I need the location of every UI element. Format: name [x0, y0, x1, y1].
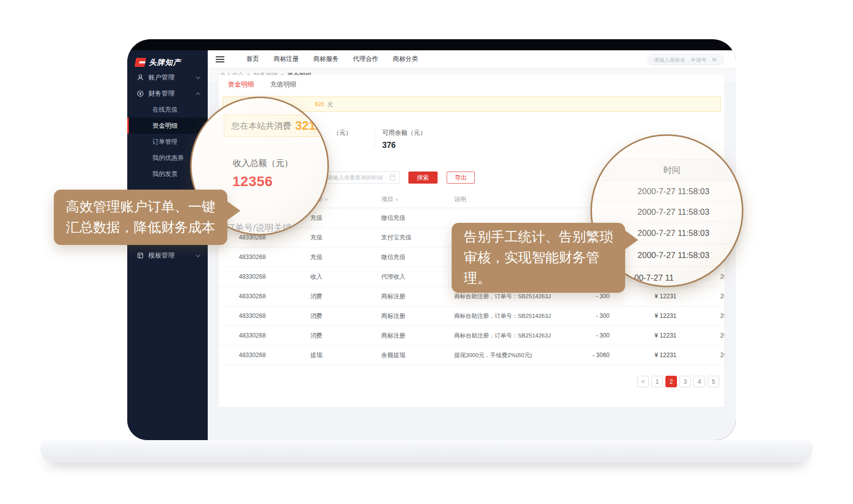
page-button-2[interactable]: 2 [665, 376, 677, 387]
nav-agency-cooperation[interactable]: 代理合作 [353, 55, 378, 63]
consumption-amount-small: 820 [315, 101, 324, 107]
page-button-4[interactable]: 4 [694, 376, 705, 387]
balance-label: 可用余额（元） [382, 129, 426, 137]
sidebar-item-funds-detail[interactable]: 资金明细 [127, 118, 208, 134]
header-desc: 说明 [454, 195, 561, 204]
sidebar-item-template[interactable]: 模板管理 [127, 247, 208, 264]
card-tabs: 资金明细 充值明细 [228, 80, 296, 89]
sidebar: 头牌知产 账户管理 财务管理 [127, 50, 208, 440]
calendar-icon [390, 175, 395, 181]
chevron-down-icon [196, 74, 200, 78]
balance-stat: 可用余额（元） 376 [382, 129, 426, 150]
search-button[interactable]: 搜索 [408, 172, 438, 184]
brand-logo-icon [134, 58, 146, 67]
tooltip-right: 告别手工统计、告别繁琐 审核，实现智能财务管 理。 [452, 223, 625, 293]
nav-trademark-services[interactable]: 商标服务 [313, 55, 338, 63]
magnified-time-row: 2000-7-27 11:58:03 [592, 202, 742, 222]
template-icon [136, 252, 144, 260]
menu-icon[interactable] [216, 59, 224, 60]
nav-home[interactable]: 首页 [246, 55, 259, 63]
chevron-up-icon [196, 92, 200, 96]
nav-trademark-register[interactable]: 商标注册 [274, 55, 299, 63]
sort-caret-icon [395, 197, 399, 200]
chevron-down-icon [196, 253, 200, 257]
magnified-income-value: 12356 [232, 174, 273, 190]
sidebar-item-online-recharge[interactable]: 在线充值 [127, 102, 208, 118]
tab-funds-detail[interactable]: 资金明细 [228, 80, 254, 89]
export-button[interactable]: 导出 [447, 172, 475, 184]
page-button-1[interactable]: 1 [651, 376, 663, 387]
tab-recharge-detail[interactable]: 充值明细 [270, 80, 296, 89]
table-row: 48330268 消费 商标注册 商标自助注册，订单号：SB2514263J -… [219, 306, 724, 326]
prev-page-button[interactable]: < [637, 376, 649, 387]
date-range-input[interactable]: 请输入你要查询的时间 [322, 172, 400, 184]
expense-unit-label: （元） [333, 129, 352, 137]
page: 头牌知产 账户管理 财务管理 [0, 0, 853, 504]
sidebar-item-finance[interactable]: 财务管理 [127, 86, 208, 102]
top-nav-links: 首页 商标注册 商标服务 代理合作 商标分类 [246, 55, 418, 63]
table-row: 48330268 提现 余额提现 提现3000元，手续费2%(60元) - 30… [219, 346, 724, 365]
brand-name: 头牌知产 [149, 58, 181, 67]
magnified-banner-prefix: 您在本站共消费 [231, 120, 291, 132]
user-icon [136, 74, 144, 81]
table-row: 48330268 消费 商标注册 商标自助注册，订单号：SB2514263J -… [219, 326, 724, 346]
sort-caret-icon [324, 197, 328, 200]
stats-divider [375, 126, 375, 148]
sidebar-item-label: 财务管理 [148, 89, 175, 98]
page-button-3[interactable]: 3 [679, 376, 691, 387]
laptop-base [40, 441, 813, 463]
sidebar-item-account[interactable]: 账户管理 [127, 69, 208, 86]
nav-trademark-classes[interactable]: 商标分类 [393, 55, 418, 63]
sidebar-item-label: 模板管理 [148, 251, 175, 260]
brand-logo: 头牌知产 [127, 50, 208, 69]
date-placeholder: 请输入你要查询的时间 [322, 174, 390, 182]
header-item[interactable]: 项目 [381, 195, 454, 204]
pagination: < 1 2 3 4 5 [637, 376, 719, 387]
finance-icon [136, 90, 144, 98]
balance-value: 376 [382, 141, 426, 150]
page-button-5[interactable]: 5 [708, 376, 719, 387]
trademark-search-input[interactable] [647, 54, 724, 65]
consumption-unit: 元 [327, 101, 333, 109]
sidebar-item-label: 账户管理 [148, 73, 175, 82]
magnified-time-header: 时间 [592, 159, 742, 181]
magnified-income-label: 收入总额（元） [233, 157, 293, 169]
magnified-time-row: 2000-7-27 11:58:03 [592, 181, 742, 202]
top-navbar: 首页 商标注册 商标服务 代理合作 商标分类 [208, 50, 736, 68]
tooltip-left: 高效管理账户订单、一键 汇总数据，降低财务成本 [54, 190, 227, 245]
